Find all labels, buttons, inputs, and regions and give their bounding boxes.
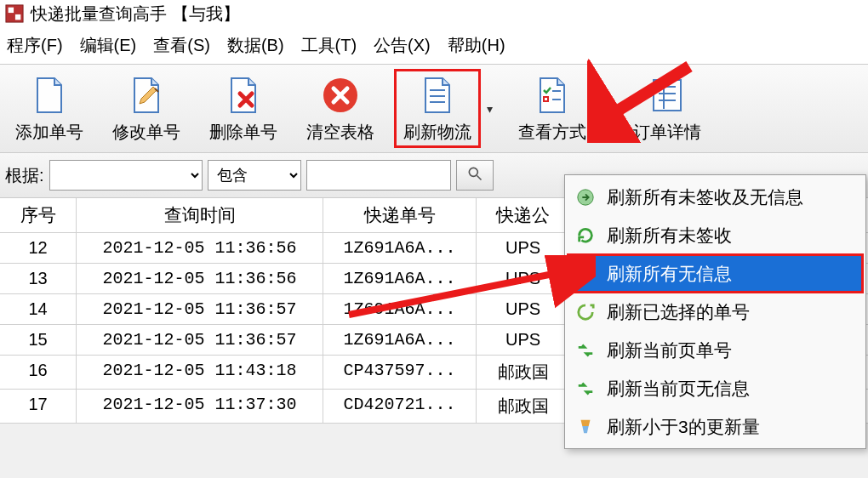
cell-time: 2021-12-05 11:36:57 — [77, 294, 323, 324]
menu-tools[interactable]: 工具(T) — [296, 32, 363, 59]
svg-line-16 — [477, 175, 481, 179]
refresh-icon — [574, 416, 597, 438]
context-menu-label: 刷新所有未签收 — [607, 224, 732, 248]
col-seq[interactable]: 序号 — [0, 198, 77, 232]
col-track[interactable]: 快递单号 — [323, 198, 477, 232]
delete-number-button[interactable]: 删除单号 — [201, 70, 286, 147]
document-icon — [27, 73, 71, 117]
context-menu-label: 刷新所有无信息 — [607, 262, 732, 286]
cell-track: 1Z691A6A... — [323, 233, 477, 263]
cell-track: CD420721... — [323, 390, 477, 423]
context-menu-item[interactable]: 刷新所有未签收 — [568, 216, 863, 254]
search-icon — [466, 165, 483, 186]
cell-seq: 16 — [0, 356, 77, 389]
refresh-icon — [574, 263, 597, 285]
cell-time: 2021-12-05 11:36:56 — [77, 233, 323, 263]
cell-carrier: UPS — [477, 233, 570, 263]
filter-label: 根据: — [5, 164, 44, 187]
view-mode-button[interactable]: 查看方式 — [510, 70, 595, 147]
menu-bar: 程序(F) 编辑(E) 查看(S) 数据(B) 工具(T) 公告(X) 帮助(H… — [0, 27, 868, 64]
refresh-icon — [574, 378, 597, 400]
cell-time: 2021-12-05 11:36:56 — [77, 264, 323, 293]
refresh-logistics-label: 刷新物流 — [403, 121, 471, 144]
filter-value-input[interactable] — [306, 160, 451, 191]
cell-seq: 13 — [0, 264, 77, 293]
context-menu-label: 刷新当前页单号 — [607, 339, 732, 362]
cell-time: 2021-12-05 11:37:30 — [77, 390, 323, 423]
cell-track: 1Z691A6A... — [323, 264, 477, 293]
context-menu-item[interactable]: 刷新当前页单号 — [568, 331, 863, 369]
menu-edit[interactable]: 编辑(E) — [75, 32, 142, 59]
cell-carrier: UPS — [477, 294, 570, 324]
context-menu-label: 刷新小于3的更新量 — [607, 415, 760, 439]
svg-rect-2 — [15, 14, 20, 20]
svg-rect-1 — [9, 8, 14, 13]
context-menu-item[interactable]: 刷新当前页无信息 — [568, 369, 863, 407]
refresh-icon — [574, 301, 597, 323]
edit-number-button[interactable]: 修改单号 — [104, 70, 189, 147]
cell-seq: 12 — [0, 233, 77, 263]
clear-table-label: 清空表格 — [306, 121, 374, 144]
cell-seq: 14 — [0, 294, 77, 324]
cell-seq: 15 — [0, 325, 77, 355]
refresh-icon — [574, 339, 597, 361]
svg-rect-10 — [654, 80, 681, 111]
menu-view[interactable]: 查看(S) — [148, 32, 215, 59]
order-detail-label: 订单详情 — [633, 121, 701, 144]
refresh-icon — [574, 225, 597, 247]
menu-help[interactable]: 帮助(H) — [443, 32, 511, 59]
viewmode-dropdown-icon[interactable]: ▾ — [602, 102, 608, 116]
cell-carrier: UPS — [477, 325, 570, 355]
order-detail-button[interactable]: 订单详情 — [625, 70, 710, 147]
refresh-icon — [574, 186, 597, 208]
refresh-context-menu: 刷新所有未签收及无信息刷新所有未签收刷新所有无信息刷新已选择的单号刷新当前页单号… — [564, 174, 866, 449]
filter-field-select[interactable] — [49, 160, 203, 191]
svg-point-15 — [469, 168, 477, 176]
edit-number-label: 修改单号 — [112, 121, 180, 144]
refresh-logistics-button[interactable]: 刷新物流 — [395, 70, 480, 147]
context-menu-label: 刷新当前页无信息 — [607, 377, 750, 401]
title-bar: 快递批量查询高手 【与我】 — [0, 0, 868, 27]
toolbar: 添加单号 修改单号 删除单号 清空 — [0, 64, 868, 153]
clear-icon — [318, 73, 363, 117]
cell-carrier: UPS — [477, 264, 570, 293]
cell-track: 1Z691A6A... — [323, 325, 477, 355]
col-time[interactable]: 查询时间 — [77, 198, 323, 232]
add-number-label: 添加单号 — [15, 121, 83, 144]
filter-op-select[interactable]: 包含 — [208, 160, 301, 191]
cell-track: 1Z691A6A... — [323, 294, 477, 324]
cell-carrier: 邮政国 — [477, 390, 570, 423]
add-number-button[interactable]: 添加单号 — [7, 70, 92, 147]
app-title: 快递批量查询高手 【与我】 — [31, 3, 240, 26]
menu-data[interactable]: 数据(B) — [222, 32, 289, 59]
view-mode-label: 查看方式 — [518, 121, 586, 144]
menu-notice[interactable]: 公告(X) — [368, 32, 436, 59]
delete-number-label: 删除单号 — [209, 121, 277, 144]
context-menu-item[interactable]: 刷新小于3的更新量 — [568, 407, 863, 446]
cell-track: CP437597... — [323, 356, 477, 389]
refresh-dropdown-icon[interactable]: ▾ — [487, 102, 493, 116]
context-menu-item[interactable]: 刷新所有未签收及无信息 — [568, 178, 863, 216]
document-list-icon — [415, 73, 460, 117]
document-edit-icon — [124, 73, 168, 117]
detail-icon — [645, 73, 689, 117]
cell-time: 2021-12-05 11:43:18 — [77, 356, 323, 389]
clear-table-button[interactable]: 清空表格 — [298, 70, 383, 147]
context-menu-label: 刷新已选择的单号 — [607, 300, 750, 324]
cell-carrier: 邮政国 — [477, 356, 570, 389]
menu-program[interactable]: 程序(F) — [2, 32, 68, 59]
search-button[interactable] — [456, 160, 494, 191]
cell-seq: 17 — [0, 390, 77, 423]
context-menu-item[interactable]: 刷新所有无信息 — [568, 254, 863, 293]
col-carrier[interactable]: 快递公 — [477, 198, 570, 232]
app-icon — [5, 4, 24, 23]
cell-time: 2021-12-05 11:36:57 — [77, 325, 323, 355]
context-menu-item[interactable]: 刷新已选择的单号 — [568, 293, 863, 331]
context-menu-label: 刷新所有未签收及无信息 — [607, 185, 803, 209]
document-delete-icon — [221, 73, 266, 117]
checklist-icon — [530, 73, 574, 117]
